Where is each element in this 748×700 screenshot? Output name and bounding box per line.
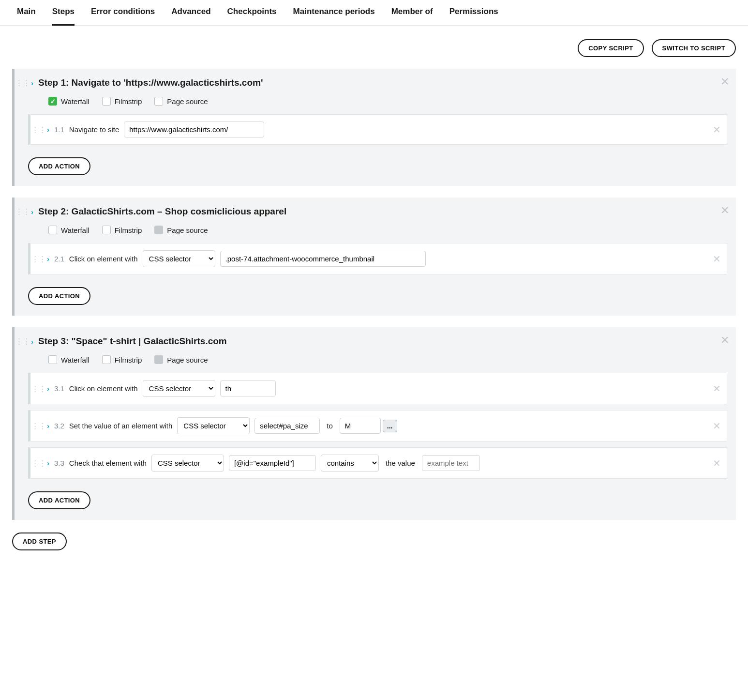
tab-checkpoints[interactable]: Checkpoints: [227, 7, 277, 26]
action-label: Click on element with: [69, 255, 138, 263]
drag-handle-icon[interactable]: ⋮⋮: [35, 422, 42, 430]
chevron-right-icon[interactable]: ›: [31, 337, 33, 346]
selector-type-select[interactable]: CSS selector: [143, 380, 215, 397]
checkbox-page-source[interactable]: Page source: [154, 355, 208, 364]
value-input[interactable]: [340, 418, 381, 434]
drag-handle-icon[interactable]: ⋮⋮: [35, 255, 42, 263]
tab-main[interactable]: Main: [17, 7, 36, 26]
checkbox-label: Filmstrip: [115, 356, 142, 364]
close-icon[interactable]: ✕: [713, 125, 721, 135]
checkbox-label: Waterfall: [61, 356, 90, 364]
checkbox-label: Filmstrip: [115, 226, 142, 234]
chevron-right-icon[interactable]: ›: [47, 255, 49, 263]
tab-advanced[interactable]: Advanced: [171, 7, 210, 26]
selector-type-select[interactable]: CSS selector: [177, 417, 250, 434]
checkbox-filmstrip[interactable]: Filmstrip: [102, 226, 142, 234]
chevron-right-icon[interactable]: ›: [47, 422, 49, 430]
action-number: 2.1: [54, 255, 64, 263]
step-2: ✕ ⋮⋮ › Step 2: GalacticShirts.com – Shop…: [12, 198, 736, 316]
selector-input[interactable]: [220, 380, 276, 396]
tab-permissions[interactable]: Permissions: [449, 7, 498, 26]
selector-input[interactable]: [254, 418, 320, 434]
navigate-url-input[interactable]: [124, 122, 264, 137]
checkbox-waterfall[interactable]: Waterfall: [48, 355, 90, 364]
action-label: Click on element with: [69, 384, 138, 393]
checkbox-filmstrip[interactable]: Filmstrip: [102, 355, 142, 364]
top-actions: COPY SCRIPT SWITCH TO SCRIPT: [12, 26, 736, 57]
checkbox-label: Page source: [167, 356, 208, 364]
action-number: 3.3: [54, 459, 64, 467]
checkbox-label: Page source: [167, 97, 208, 106]
action-label: Check that element with: [69, 459, 147, 467]
copy-script-button[interactable]: COPY SCRIPT: [578, 39, 643, 57]
the-value-label: the value: [386, 459, 415, 467]
tab-member-of[interactable]: Member of: [391, 7, 433, 26]
selector-type-select[interactable]: CSS selector: [151, 455, 224, 472]
step-title: Step 1: Navigate to 'https://www.galacti…: [38, 77, 263, 88]
more-button[interactable]: ...: [383, 420, 397, 432]
close-icon[interactable]: ✕: [720, 205, 729, 216]
drag-handle-icon[interactable]: ⋮⋮: [35, 459, 42, 468]
close-icon[interactable]: ✕: [713, 421, 721, 431]
close-icon[interactable]: ✕: [720, 76, 729, 87]
action-row: ⋮⋮ › 3.1 Click on element with CSS selec…: [28, 373, 727, 404]
drag-handle-icon[interactable]: ⋮⋮: [35, 384, 42, 393]
action-row: ⋮⋮ › 3.2 Set the value of an element wit…: [28, 410, 727, 441]
checkbox-label: Filmstrip: [115, 97, 142, 106]
action-label: Set the value of an element with: [69, 422, 172, 430]
drag-handle-icon[interactable]: ⋮⋮: [19, 337, 26, 346]
tab-error-conditions[interactable]: Error conditions: [91, 7, 155, 26]
tab-steps[interactable]: Steps: [52, 7, 75, 26]
action-label: Navigate to site: [69, 125, 119, 134]
add-step-button[interactable]: ADD STEP: [12, 533, 67, 550]
expected-value-input[interactable]: [422, 455, 480, 471]
action-number: 1.1: [54, 125, 64, 134]
action-number: 3.1: [54, 384, 64, 393]
checkbox-page-source[interactable]: Page source: [154, 97, 208, 106]
chevron-right-icon[interactable]: ›: [47, 384, 49, 393]
step-1: ✕ ⋮⋮ › Step 1: Navigate to 'https://www.…: [12, 69, 736, 186]
close-icon[interactable]: ✕: [713, 254, 721, 264]
drag-handle-icon[interactable]: ⋮⋮: [19, 207, 26, 216]
add-action-button[interactable]: ADD ACTION: [28, 491, 90, 509]
action-row: ⋮⋮ › 1.1 Navigate to site ✕: [28, 114, 727, 145]
tab-bar: Main Steps Error conditions Advanced Che…: [0, 0, 748, 26]
checkbox-label: Waterfall: [61, 97, 90, 106]
tab-maintenance[interactable]: Maintenance periods: [293, 7, 375, 26]
selector-type-select[interactable]: CSS selector: [143, 250, 215, 267]
to-label: to: [327, 422, 333, 430]
step-title: Step 2: GalacticShirts.com – Shop cosmic…: [38, 206, 286, 217]
checkbox-page-source[interactable]: Page source: [154, 226, 208, 234]
add-action-button[interactable]: ADD ACTION: [28, 287, 90, 305]
step-title: Step 3: "Space" t-shirt | GalacticShirts…: [38, 336, 227, 347]
add-action-button[interactable]: ADD ACTION: [28, 157, 90, 175]
step-3: ✕ ⋮⋮ › Step 3: "Space" t-shirt | Galacti…: [12, 327, 736, 520]
checkbox-filmstrip[interactable]: Filmstrip: [102, 97, 142, 106]
chevron-right-icon[interactable]: ›: [31, 208, 33, 216]
checkbox-waterfall[interactable]: ✓Waterfall: [48, 97, 90, 106]
close-icon[interactable]: ✕: [713, 384, 721, 394]
close-icon[interactable]: ✕: [720, 335, 729, 346]
chevron-right-icon[interactable]: ›: [47, 125, 49, 134]
selector-input[interactable]: [220, 251, 426, 267]
action-number: 3.2: [54, 422, 64, 430]
close-icon[interactable]: ✕: [713, 458, 721, 468]
switch-to-script-button[interactable]: SWITCH TO SCRIPT: [652, 39, 736, 57]
drag-handle-icon[interactable]: ⋮⋮: [35, 125, 42, 134]
operator-select[interactable]: contains: [321, 455, 379, 472]
selector-input[interactable]: [229, 455, 316, 471]
chevron-right-icon[interactable]: ›: [47, 459, 49, 467]
action-row: ⋮⋮ › 2.1 Click on element with CSS selec…: [28, 243, 727, 274]
action-row: ⋮⋮ › 3.3 Check that element with CSS sel…: [28, 447, 727, 479]
checkbox-label: Page source: [167, 226, 208, 234]
checkbox-label: Waterfall: [61, 226, 90, 234]
checkbox-waterfall[interactable]: Waterfall: [48, 226, 90, 234]
chevron-right-icon[interactable]: ›: [31, 79, 33, 87]
drag-handle-icon[interactable]: ⋮⋮: [19, 78, 26, 87]
